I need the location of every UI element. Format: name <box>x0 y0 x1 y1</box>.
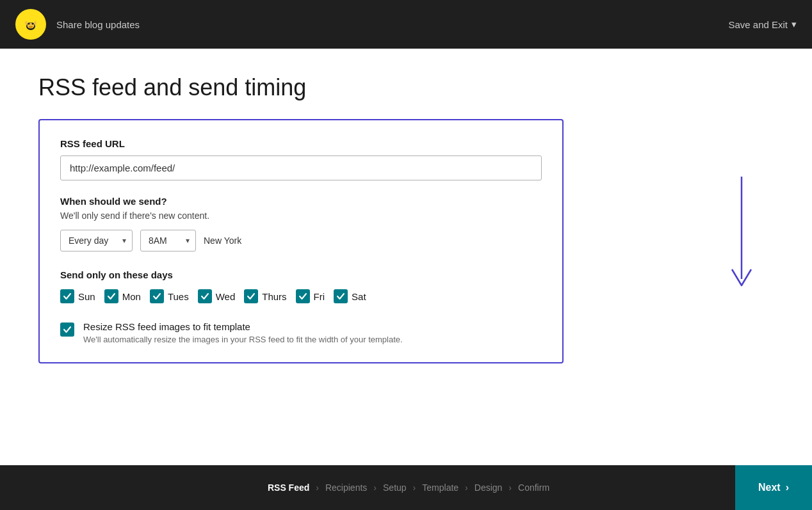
nav-title: Share blog updates <box>56 19 140 30</box>
sat-checkbox[interactable] <box>334 289 348 303</box>
svg-point-5 <box>29 26 33 28</box>
svg-point-6 <box>25 21 28 25</box>
rss-url-input[interactable] <box>60 155 542 180</box>
sun-label: Sun <box>78 291 95 302</box>
day-mon: Mon <box>104 289 141 303</box>
frequency-select[interactable]: Every day Weekly Monthly <box>60 230 133 251</box>
thurs-label: Thurs <box>262 291 286 302</box>
breadcrumb-design: Design <box>475 482 503 493</box>
tues-label: Tues <box>168 291 189 302</box>
tues-checkbox[interactable] <box>150 289 164 303</box>
url-label: RSS feed URL <box>60 138 542 149</box>
next-button[interactable]: Next › <box>735 465 812 510</box>
day-wed: Wed <box>198 289 236 303</box>
sun-checkbox[interactable] <box>60 289 74 303</box>
nav-left: Share blog updates <box>15 9 140 40</box>
bottom-bar: RSS Feed › Recipients › Setup › Template… <box>0 465 812 510</box>
fri-label: Fri <box>314 291 325 302</box>
mon-checkbox[interactable] <box>104 289 118 303</box>
svg-point-3 <box>28 23 30 25</box>
breadcrumb-confirm: Confirm <box>518 482 549 493</box>
arrow-decoration <box>722 177 761 307</box>
next-label: Next <box>758 482 781 493</box>
page-title: RSS feed and send timing <box>38 74 774 101</box>
resize-row: Resize RSS feed images to fit template W… <box>60 321 542 344</box>
resize-checkbox[interactable] <box>60 323 74 337</box>
when-subtitle: We'll only send if there's new content. <box>60 211 542 221</box>
main-content: RSS feed and send timing RSS feed URL Wh… <box>0 49 812 465</box>
save-exit-label: Save and Exit <box>728 19 788 30</box>
day-thurs: Thurs <box>244 289 286 303</box>
fri-checkbox[interactable] <box>296 289 310 303</box>
resize-text: Resize RSS feed images to fit template W… <box>83 321 403 344</box>
timezone-label: New York <box>204 235 241 246</box>
svg-point-4 <box>32 23 34 25</box>
top-navigation: Share blog updates Save and Exit ▾ <box>0 0 812 49</box>
frequency-dropdown-wrapper: Every day Weekly Monthly ▾ <box>60 230 133 251</box>
days-label: Send only on these days <box>60 269 542 280</box>
sep-2: › <box>373 482 377 493</box>
breadcrumb-rss-feed: RSS Feed <box>268 482 309 493</box>
breadcrumb-nav: RSS Feed › Recipients › Setup › Template… <box>82 482 735 493</box>
svg-point-7 <box>34 21 37 25</box>
sep-5: › <box>508 482 512 493</box>
mailchimp-logo <box>15 9 46 40</box>
resize-main-label: Resize RSS feed images to fit template <box>83 321 403 332</box>
sep-3: › <box>413 482 416 493</box>
wed-checkbox[interactable] <box>198 289 212 303</box>
day-tues: Tues <box>150 289 189 303</box>
breadcrumb-setup: Setup <box>383 482 407 493</box>
sep-4: › <box>465 482 468 493</box>
send-timing-row: Every day Weekly Monthly ▾ 8AM 9AM 10AM … <box>60 230 542 251</box>
days-row: Sun Mon Tues Wed <box>60 289 542 303</box>
sep-1: › <box>316 482 319 493</box>
next-chevron-icon: › <box>786 482 789 493</box>
wed-label: Wed <box>216 291 236 302</box>
thurs-checkbox[interactable] <box>244 289 258 303</box>
resize-sub-label: We'll automatically resize the images in… <box>83 335 403 344</box>
chevron-down-icon: ▾ <box>792 19 797 30</box>
time-dropdown-wrapper: 8AM 9AM 10AM 12PM 2PM 4PM ▾ <box>140 230 196 251</box>
mon-label: Mon <box>122 291 141 302</box>
when-label: When should we send? <box>60 196 542 207</box>
day-sat: Sat <box>334 289 366 303</box>
breadcrumb-recipients: Recipients <box>325 482 367 493</box>
time-select[interactable]: 8AM 9AM 10AM 12PM 2PM 4PM <box>140 230 196 251</box>
save-exit-button[interactable]: Save and Exit ▾ <box>728 19 797 30</box>
breadcrumb-template: Template <box>422 482 459 493</box>
sat-label: Sat <box>352 291 366 302</box>
day-fri: Fri <box>296 289 325 303</box>
form-card: RSS feed URL When should we send? We'll … <box>38 119 564 363</box>
day-sun: Sun <box>60 289 95 303</box>
